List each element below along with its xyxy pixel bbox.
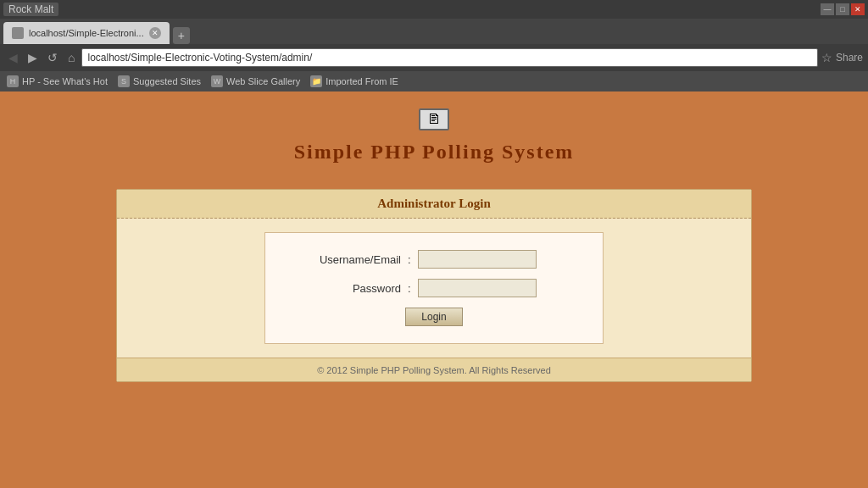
browser-chrome: Rock Malt — □ ✕ localhost/Simple-Electro… bbox=[0, 0, 868, 92]
back-button[interactable]: ◀ bbox=[5, 49, 21, 66]
tab-close-button[interactable]: ✕ bbox=[149, 27, 161, 39]
form-container: Username/Email : Password : Login bbox=[264, 232, 604, 344]
login-body: Username/Email : Password : Login bbox=[117, 219, 751, 358]
bookmark-slice-label: Web Slice Gallery bbox=[226, 76, 300, 86]
title-bar: Rock Malt — □ ✕ bbox=[0, 0, 868, 19]
bookmark-imported[interactable]: 📁 Imported From IE bbox=[310, 75, 398, 87]
star-icon[interactable]: ☆ bbox=[821, 51, 832, 64]
username-label: Username/Email bbox=[299, 253, 401, 266]
username-colon: : bbox=[408, 253, 411, 266]
bookmark-suggested[interactable]: S Suggested Sites bbox=[118, 75, 201, 87]
maximize-button[interactable]: □ bbox=[836, 3, 849, 15]
login-footer: © 2012 Simple PHP Polling System. All Ri… bbox=[117, 358, 751, 381]
password-colon: : bbox=[408, 282, 411, 295]
bookmarks-bar: H HP - See What's Hot S Suggested Sites … bbox=[0, 71, 868, 92]
password-row: Password : bbox=[299, 279, 569, 297]
bookmark-suggested-icon: S bbox=[118, 75, 130, 87]
password-label: Password bbox=[299, 282, 401, 295]
password-input[interactable] bbox=[418, 279, 537, 297]
forward-button[interactable]: ▶ bbox=[25, 49, 41, 66]
page-content: 🖹 Simple PHP Polling System Administrato… bbox=[0, 92, 868, 488]
title-bar-left: Rock Malt bbox=[3, 3, 58, 16]
refresh-button[interactable]: ↺ bbox=[44, 49, 61, 66]
tab-bar: localhost/Simple-Electroni... ✕ + bbox=[0, 19, 868, 44]
login-btn-row: Login bbox=[299, 308, 569, 326]
footer-text: © 2012 Simple PHP Polling System. All Ri… bbox=[317, 365, 551, 375]
new-tab-button[interactable]: + bbox=[173, 27, 190, 44]
nav-bar: ◀ ▶ ↺ ⌂ ☆ Share bbox=[0, 44, 868, 71]
minimize-button[interactable]: — bbox=[821, 3, 834, 15]
logo-icon: 🖹 bbox=[419, 108, 449, 130]
address-bar[interactable] bbox=[81, 48, 818, 67]
login-header: Administrator Login bbox=[117, 190, 751, 219]
browser-menu[interactable]: Rock Malt bbox=[3, 3, 58, 16]
login-button[interactable]: Login bbox=[405, 308, 462, 326]
bookmark-imported-label: Imported From IE bbox=[326, 76, 398, 86]
active-tab[interactable]: localhost/Simple-Electroni... ✕ bbox=[3, 22, 170, 44]
window-controls: — □ ✕ bbox=[821, 3, 865, 15]
tab-title: localhost/Simple-Electroni... bbox=[29, 28, 144, 38]
home-button[interactable]: ⌂ bbox=[64, 49, 78, 66]
page-title: Simple PHP Polling System bbox=[294, 141, 575, 164]
bookmark-hp-label: HP - See What's Hot bbox=[22, 76, 108, 86]
bookmark-imported-icon: 📁 bbox=[310, 75, 322, 87]
tab-favicon bbox=[12, 27, 24, 39]
bookmark-hp[interactable]: H HP - See What's Hot bbox=[7, 75, 108, 87]
login-container: Administrator Login Username/Email : Pas… bbox=[116, 189, 752, 382]
bookmark-suggested-label: Suggested Sites bbox=[133, 76, 201, 86]
close-button[interactable]: ✕ bbox=[851, 3, 865, 15]
share-button[interactable]: Share bbox=[836, 52, 863, 64]
login-header-title: Administrator Login bbox=[377, 197, 490, 210]
username-input[interactable] bbox=[418, 250, 537, 269]
username-row: Username/Email : bbox=[299, 250, 569, 269]
bookmark-slice-gallery[interactable]: W Web Slice Gallery bbox=[211, 75, 300, 87]
bookmark-slice-icon: W bbox=[211, 75, 223, 87]
bookmark-hp-icon: H bbox=[7, 75, 19, 87]
